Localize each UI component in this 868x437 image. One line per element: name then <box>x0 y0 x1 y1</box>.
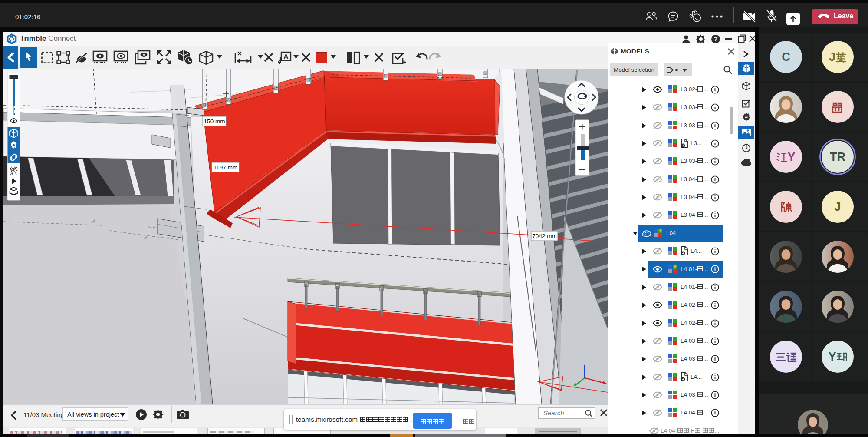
svg-text:A: A <box>284 53 289 60</box>
svg-text:1197 mm: 1197 mm <box>214 164 237 171</box>
svg-text:?: ? <box>714 36 718 43</box>
svg-text:150 mm: 150 mm <box>204 118 225 125</box>
svg-text:7042 mm: 7042 mm <box>532 233 556 239</box>
